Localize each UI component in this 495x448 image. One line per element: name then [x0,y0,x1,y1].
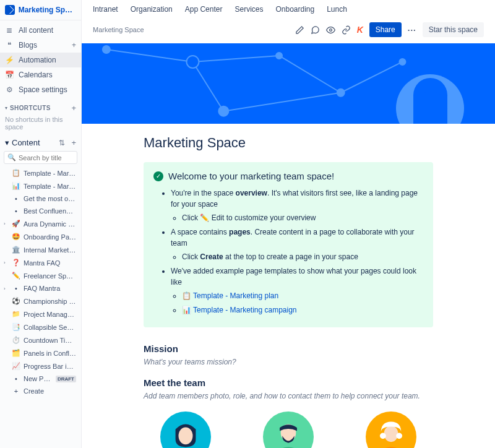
page-tree-item[interactable]: ›•Best Confluence Home ... [0,205,81,217]
top-nav: IntranetOrganizationApp CenterServicesOn… [82,0,495,19]
page-tree-item[interactable]: ›📈Progress Bar in Conf... [0,360,81,373]
add-icon[interactable]: + [72,41,76,50]
space-title: Marketing Space [19,6,76,14]
sidebar-item-automation[interactable]: ⚡Automation [0,53,81,67]
topnav-services[interactable]: Services [235,5,263,14]
calendar-icon: 📅 [5,71,14,79]
chevron-down-icon: ▾ [5,138,9,147]
page-emoji-icon: • [12,195,20,202]
sidebar-item-blogs[interactable]: ❝Blogs+ [0,38,81,53]
sidebar-item-calendars[interactable]: 📅Calendars [0,67,81,82]
svg-point-18 [384,426,398,442]
watch-icon[interactable] [326,25,335,35]
more-actions-icon[interactable]: ··· [408,25,416,35]
page-tree-item[interactable]: ›📋Template - Marketin... [0,166,81,179]
share-button[interactable]: Share [369,22,402,37]
template-link[interactable]: 📋 Template - Marketing plan [182,291,278,300]
page-tree-item[interactable]: ›🤩Onboarding Page [0,230,81,243]
search-icon: 🔍 [7,153,16,162]
page-emoji-icon: 🗂️ [12,349,20,357]
svg-line-1 [106,50,193,62]
topnav-app center[interactable]: App Center [185,5,223,14]
page-emoji-icon: • [12,207,20,215]
svg-line-6 [223,93,340,111]
bolt-icon: ⚡ [5,56,14,64]
create-page-button[interactable]: +Create [0,385,81,397]
search-input[interactable] [19,154,74,162]
comment-icon[interactable] [311,25,320,35]
chevron-right-icon: › [4,286,9,291]
page-tree-item[interactable]: ›🚀Aura Dynamic Conte... [0,217,81,230]
page-emoji-icon: 📁 [12,310,20,318]
page-emoji-icon: 📈 [12,362,20,370]
add-content-icon[interactable]: + [71,138,76,147]
page-tree-item[interactable]: ›📁Project Management [0,308,81,321]
page-tree-item[interactable]: ›•FAQ Mantra [0,282,81,295]
svg-point-14 [179,427,193,444]
breadcrumb[interactable]: Marketing Space [93,26,144,33]
link-icon[interactable] [342,25,351,35]
mission-heading: Mission [144,343,433,354]
page-header: Marketing Space K Share ··· Star this sp… [82,19,495,43]
chevron-right-icon: › [4,260,9,265]
template-link[interactable]: 📊 Template - Marketing campaign [182,306,297,314]
star-space-button[interactable]: Star this space [423,22,484,37]
shortcuts-section-header[interactable]: ▾ Shortcuts + [0,100,81,114]
svg-point-11 [337,89,345,97]
svg-point-12 [399,59,405,65]
page-tree-item[interactable]: ›⚽Championship 2024 [0,295,81,308]
shortcuts-empty: No shortcuts in this space [0,114,81,134]
team-member: Team memberRole@mention [158,411,212,448]
sidebar-item-space-settings[interactable]: ⚙Space settings [0,82,81,97]
mission-subtitle: What's your teams mission? [144,358,433,366]
page-tree-item[interactable]: ›⏱️Countdown Timer in... [0,334,81,347]
topnav-lunch[interactable]: Lunch [327,5,347,14]
svg-line-4 [279,56,341,93]
welcome-title: Welcome to your marketing team space! [168,171,334,181]
topnav-intranet[interactable]: Intranet [93,5,118,14]
check-icon: ✓ [153,171,163,181]
page-tree-item[interactable]: ›📑Collapsible Section i... [0,321,81,334]
topnav-organization[interactable]: Organization [131,5,173,14]
page-tree-item[interactable]: ›✏️Freelancer Space [0,269,81,282]
page-tree-item[interactable]: ›❓Mantra FAQ [0,256,81,269]
chevron-right-icon: › [4,221,9,226]
team-subtitle: Add team members photo, role, and how to… [144,392,433,400]
svg-point-10 [276,53,282,59]
welcome-bullet: A space contains pages. Create content i… [171,226,423,262]
space-logo-icon [5,5,15,15]
page-tree-item[interactable]: ›•New PageDRAFT [0,373,81,385]
svg-point-19 [380,433,386,439]
page-emoji-icon: 🏛️ [12,246,20,254]
welcome-bullet: You're in the space overview. It's what … [171,187,423,223]
topnav-onboarding[interactable]: Onboarding [275,5,314,14]
draft-badge: DRAFT [56,376,76,382]
edit-icon[interactable] [295,25,304,35]
welcome-bullet: We've added example page templates to sh… [171,265,423,316]
add-shortcut-icon[interactable]: + [71,103,76,113]
sidebar-item-all-content[interactable]: ≣All content [0,23,81,38]
page-tree-item[interactable]: ›•Get the most out of you... [0,192,81,205]
page-emoji-icon: ⚽ [12,297,20,305]
quote-icon: ❝ [5,41,14,50]
search-input-wrap[interactable]: 🔍 [4,151,77,164]
plus-icon: + [12,387,20,395]
page-emoji-icon: ❓ [12,259,20,267]
page-emoji-icon: • [12,285,20,292]
content-section-header[interactable]: ▾ Content ⇅ + [0,134,81,149]
svg-point-9 [218,106,228,116]
karma-icon[interactable]: K [357,25,363,35]
page-tree-item[interactable]: ›🏛️Internal Market Stru... [0,243,81,256]
page-emoji-icon: 📑 [12,323,20,331]
page-tree-item[interactable]: ›📊Template - Marketin... [0,179,81,192]
svg-point-7 [103,46,110,53]
svg-point-0 [329,28,332,31]
svg-point-20 [396,433,402,439]
filter-icon[interactable]: ⇅ [59,139,65,147]
page-actions: K Share ··· Star this space [295,22,484,37]
page-emoji-icon: 🤩 [12,233,20,241]
sidebar-nav: ≣All content❝Blogs+⚡Automation📅Calendars… [0,20,81,100]
page-tree: ›📋Template - Marketin...›📊Template - Mar… [0,166,81,448]
space-header[interactable]: Marketing Space [0,0,81,20]
page-tree-item[interactable]: ›🗂️Panels in Confluence [0,347,81,360]
